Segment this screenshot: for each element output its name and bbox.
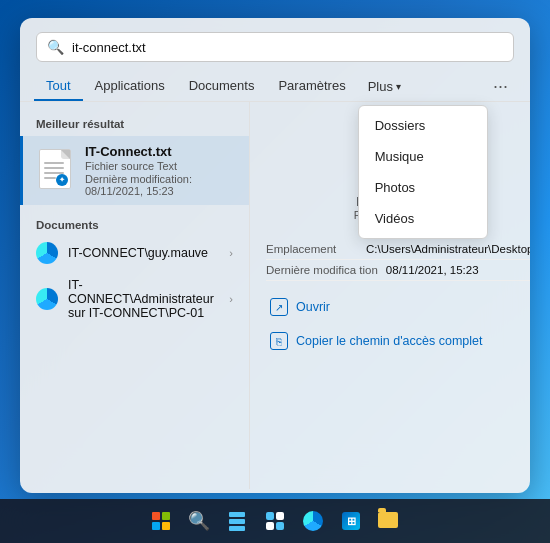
date-label: Dernière modification:	[85, 173, 192, 185]
taskbar-task-view[interactable]	[221, 505, 253, 537]
more-dropdown: Dossiers Musique Photos Vidéos	[358, 105, 488, 239]
search-taskbar-icon: 🔍	[188, 510, 210, 532]
chevron-right-icon-1: ›	[229, 247, 233, 259]
chevron-right-icon-2: ›	[229, 293, 233, 305]
dropdown-videos[interactable]: Vidéos	[359, 203, 487, 234]
taskbar-start[interactable]	[145, 505, 177, 537]
best-result-type: Fichier source Text	[85, 160, 233, 172]
win-logo-red	[152, 512, 160, 520]
task-view-icon	[229, 512, 245, 531]
documents-section: Documents IT-CONNECT\guy.mauve › IT-CONN…	[20, 213, 249, 327]
details-table: Emplacement C:\Users\Administrateur\Desk…	[266, 239, 530, 281]
doc-name-1: IT-CONNECT\guy.mauve	[68, 246, 219, 260]
file-line-2	[44, 167, 64, 169]
edge-icon-1	[36, 242, 58, 264]
dropdown-musique[interactable]: Musique	[359, 141, 487, 172]
taskbar-store[interactable]: ⊞	[335, 505, 367, 537]
edge-taskbar-icon	[303, 511, 323, 531]
search-box[interactable]: 🔍	[36, 32, 514, 62]
action-copier-chemin[interactable]: ⎘ Copier le chemin d'accès complet	[266, 327, 530, 355]
file-line-4	[44, 177, 56, 179]
best-result-label: Meilleur résultat	[20, 112, 249, 134]
taskbar-explorer[interactable]	[373, 505, 405, 537]
copier-label: Copier le chemin d'accès complet	[296, 334, 483, 348]
tab-applications[interactable]: Applications	[83, 72, 177, 101]
taskbar-search[interactable]: 🔍	[183, 505, 215, 537]
file-icon-fold	[61, 150, 70, 159]
doc-item-1[interactable]: IT-CONNECT\guy.mauve ›	[20, 235, 249, 271]
date-value: 08/11/2021, 15:23	[85, 185, 174, 197]
win-logo-blue	[152, 522, 160, 530]
ouvrir-icon: ↗	[270, 298, 288, 316]
taskbar-edge[interactable]	[297, 505, 329, 537]
tab-parametres[interactable]: Paramètres	[266, 72, 357, 101]
store-taskbar-icon: ⊞	[342, 512, 360, 530]
actions: ↗ Ouvrir ⎘ Copier le chemin d'accès comp…	[266, 293, 530, 355]
dropdown-photos[interactable]: Photos	[359, 172, 487, 203]
windows-logo	[152, 512, 170, 530]
vscode-badge: ✦	[56, 174, 68, 186]
folder-icon	[378, 512, 398, 528]
taskbar-widgets[interactable]	[259, 505, 291, 537]
widgets-icon	[266, 512, 284, 530]
best-result-info: IT-Connect.txt Fichier source Text Derni…	[85, 144, 233, 197]
best-result-date: Dernière modification: 08/11/2021, 15:23	[85, 173, 233, 197]
chevron-down-icon: ▾	[396, 81, 401, 92]
detail-row-emplacement: Emplacement C:\Users\Administrateur\Desk…	[266, 239, 530, 260]
tab-tout[interactable]: Tout	[34, 72, 83, 101]
file-icon: ✦	[39, 149, 75, 193]
file-line-1	[44, 162, 64, 164]
doc-item-2[interactable]: IT-CONNECT\Administrateur sur IT-CONNECT…	[20, 271, 249, 327]
win-logo-yellow	[162, 522, 170, 530]
ouvrir-label: Ouvrir	[296, 300, 330, 314]
left-panel: Meilleur résultat ✦ IT-	[20, 102, 250, 489]
explorer-icon	[378, 512, 400, 530]
detail-label-date: Dernière modifica tion	[266, 264, 386, 276]
edge-icon-2	[36, 288, 58, 310]
action-ouvrir[interactable]: ↗ Ouvrir	[266, 293, 530, 321]
file-icon-body: ✦	[39, 149, 71, 189]
detail-row-date: Dernière modifica tion 08/11/2021, 15:23	[266, 260, 530, 281]
search-input[interactable]	[72, 40, 503, 55]
detail-label-emplacement: Emplacement	[266, 243, 366, 255]
tab-bar: Tout Applications Documents Paramètres P…	[20, 72, 530, 102]
copier-icon: ⎘	[270, 332, 288, 350]
tab-plus[interactable]: Plus ▾ Dossiers Musique Photos Vidéos	[358, 73, 411, 100]
search-icon: 🔍	[47, 39, 64, 55]
detail-value-date: 08/11/2021, 15:23	[386, 264, 530, 276]
taskbar: 🔍 ⊞	[0, 499, 550, 543]
dropdown-dossiers[interactable]: Dossiers	[359, 110, 487, 141]
best-result-item[interactable]: ✦ IT-Connect.txt Fichier source Text Der…	[20, 136, 249, 205]
search-panel: 🔍 Tout Applications Documents Paramètres…	[20, 18, 530, 493]
detail-value-emplacement: C:\Users\Administrateur\Desktop	[366, 243, 530, 255]
documents-section-label: Documents	[20, 213, 249, 235]
tab-documents[interactable]: Documents	[177, 72, 267, 101]
tab-ellipsis-button[interactable]: ···	[485, 74, 516, 99]
tab-plus-label: Plus	[368, 79, 393, 94]
doc-name-2: IT-CONNECT\Administrateur sur IT-CONNECT…	[68, 278, 219, 320]
win-logo-green	[162, 512, 170, 520]
best-result-name: IT-Connect.txt	[85, 144, 233, 159]
